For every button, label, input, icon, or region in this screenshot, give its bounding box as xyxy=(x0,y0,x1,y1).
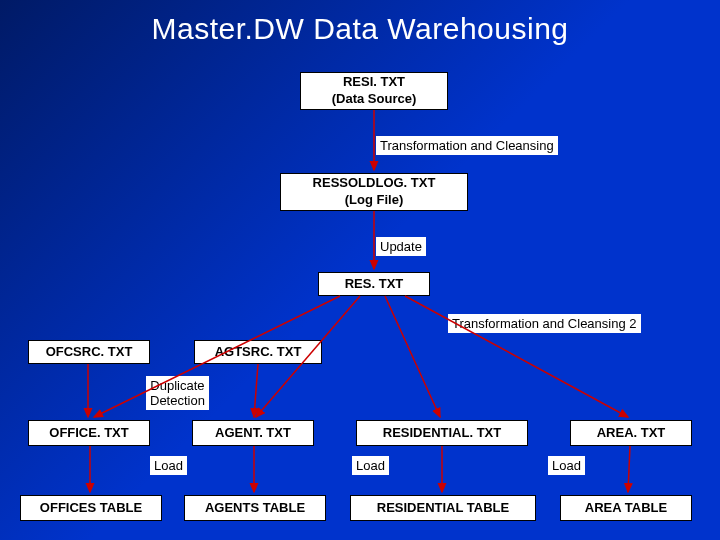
ressoldlog-line1: RESSOLDLOG. TXT xyxy=(313,175,436,192)
node-area-table: AREA TABLE xyxy=(560,495,692,521)
ressoldlog-line2: (Log File) xyxy=(345,192,404,209)
page-title: Master.DW Data Warehousing xyxy=(0,0,720,46)
res-label: RES. TXT xyxy=(345,276,404,293)
node-residential-table: RESIDENTIAL TABLE xyxy=(350,495,536,521)
offices-table-label: OFFICES TABLE xyxy=(40,500,142,517)
resi-line2: (Data Source) xyxy=(332,91,417,108)
label-transform1: Transformation and Cleansing xyxy=(376,136,558,155)
resi-line1: RESI. TXT xyxy=(343,74,405,91)
agent-label: AGENT. TXT xyxy=(215,425,291,442)
node-res: RES. TXT xyxy=(318,272,430,296)
label-dupdetect: Duplicate Detection xyxy=(146,376,209,410)
node-agent: AGENT. TXT xyxy=(192,420,314,446)
label-load1: Load xyxy=(150,456,187,475)
label-load3: Load xyxy=(548,456,585,475)
label-update: Update xyxy=(376,237,426,256)
label-load2: Load xyxy=(352,456,389,475)
office-label: OFFICE. TXT xyxy=(49,425,128,442)
residential-table-label: RESIDENTIAL TABLE xyxy=(377,500,509,517)
residential-label: RESIDENTIAL. TXT xyxy=(383,425,501,442)
node-offices-table: OFFICES TABLE xyxy=(20,495,162,521)
svg-line-11 xyxy=(628,446,630,492)
agents-table-label: AGENTS TABLE xyxy=(205,500,305,517)
node-ressoldlog: RESSOLDLOG. TXT (Log File) xyxy=(280,173,468,211)
node-agents-table: AGENTS TABLE xyxy=(184,495,326,521)
label-transform2: Transformation and Cleansing 2 xyxy=(448,314,641,333)
agtsrc-label: AGTSRC. TXT xyxy=(215,344,302,361)
node-office: OFFICE. TXT xyxy=(28,420,150,446)
node-residential: RESIDENTIAL. TXT xyxy=(356,420,528,446)
svg-line-4 xyxy=(385,296,440,417)
area-table-label: AREA TABLE xyxy=(585,500,667,517)
ofcsrc-label: OFCSRC. TXT xyxy=(46,344,133,361)
svg-line-7 xyxy=(254,364,258,417)
node-ofcsrc: OFCSRC. TXT xyxy=(28,340,150,364)
area-label: AREA. TXT xyxy=(597,425,666,442)
node-resi: RESI. TXT (Data Source) xyxy=(300,72,448,110)
node-area: AREA. TXT xyxy=(570,420,692,446)
node-agtsrc: AGTSRC. TXT xyxy=(194,340,322,364)
